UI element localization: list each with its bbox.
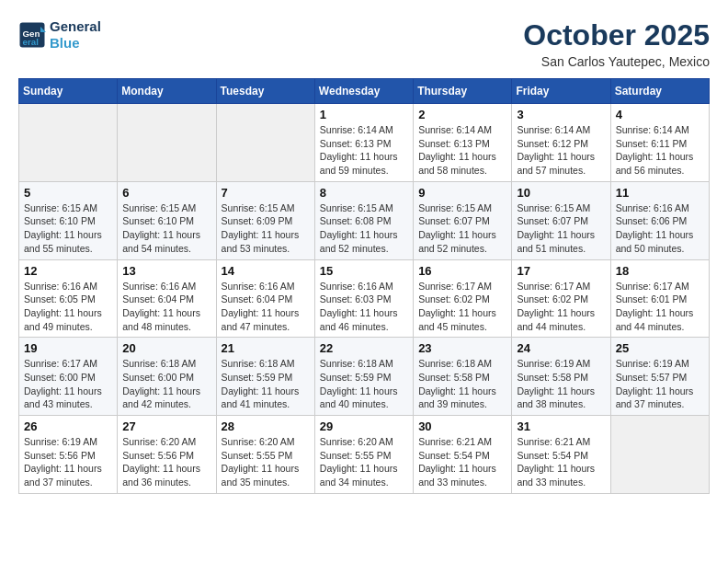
day-info: Sunrise: 6:15 AM Sunset: 6:10 PM Dayligh…	[122, 201, 210, 256]
calendar-cell: 2Sunrise: 6:14 AM Sunset: 6:13 PM Daylig…	[414, 104, 512, 182]
day-info: Sunrise: 6:16 AM Sunset: 6:05 PM Dayligh…	[24, 280, 112, 334]
day-info: Sunrise: 6:15 AM Sunset: 6:07 PM Dayligh…	[517, 201, 605, 256]
day-info: Sunrise: 6:18 AM Sunset: 5:59 PM Dayligh…	[222, 357, 310, 411]
page-header: Gen eral General Blue October 2025 San C…	[18, 18, 710, 69]
calendar-cell	[118, 104, 216, 182]
day-number: 2	[418, 108, 506, 121]
day-info: Sunrise: 6:14 AM Sunset: 6:12 PM Dayligh…	[517, 123, 605, 178]
day-number: 3	[517, 108, 605, 121]
day-info: Sunrise: 6:17 AM Sunset: 6:00 PM Dayligh…	[24, 357, 112, 411]
calendar-cell: 14Sunrise: 6:16 AM Sunset: 6:04 PM Dayli…	[216, 259, 314, 338]
calendar-cell: 12Sunrise: 6:16 AM Sunset: 6:05 PM Dayli…	[19, 259, 118, 338]
calendar-cell: 24Sunrise: 6:19 AM Sunset: 5:58 PM Dayli…	[512, 338, 610, 416]
calendar-cell: 10Sunrise: 6:15 AM Sunset: 6:07 PM Dayli…	[512, 181, 610, 259]
day-info: Sunrise: 6:18 AM Sunset: 6:00 PM Dayligh…	[122, 357, 210, 411]
day-number: 5	[24, 186, 112, 200]
logo-icon: Gen eral	[18, 21, 46, 49]
calendar-cell	[19, 104, 118, 182]
logo-text-general: General	[50, 18, 101, 35]
day-info: Sunrise: 6:15 AM Sunset: 6:10 PM Dayligh…	[24, 201, 112, 256]
day-info: Sunrise: 6:20 AM Sunset: 5:56 PM Dayligh…	[122, 435, 210, 489]
location-subtitle: San Carlos Yautepec, Mexico	[523, 54, 710, 69]
weekday-header-tuesday: Tuesday	[216, 79, 314, 104]
calendar-cell: 23Sunrise: 6:18 AM Sunset: 5:58 PM Dayli…	[414, 338, 512, 416]
day-info: Sunrise: 6:14 AM Sunset: 6:13 PM Dayligh…	[418, 123, 506, 178]
calendar-cell: 6Sunrise: 6:15 AM Sunset: 6:10 PM Daylig…	[118, 181, 216, 259]
day-number: 24	[517, 341, 605, 355]
calendar-header: SundayMondayTuesdayWednesdayThursdayFrid…	[19, 79, 710, 104]
day-info: Sunrise: 6:19 AM Sunset: 5:56 PM Dayligh…	[24, 435, 112, 489]
day-info: Sunrise: 6:16 AM Sunset: 6:06 PM Dayligh…	[616, 201, 704, 256]
calendar-cell: 28Sunrise: 6:20 AM Sunset: 5:55 PM Dayli…	[216, 416, 314, 494]
logo-text-blue: Blue	[50, 35, 101, 52]
calendar-cell: 17Sunrise: 6:17 AM Sunset: 6:02 PM Dayli…	[512, 259, 610, 338]
day-number: 21	[222, 341, 310, 355]
calendar-cell: 1Sunrise: 6:14 AM Sunset: 6:13 PM Daylig…	[314, 104, 413, 182]
calendar-cell: 11Sunrise: 6:16 AM Sunset: 6:06 PM Dayli…	[610, 181, 709, 259]
day-number: 25	[616, 341, 704, 355]
day-info: Sunrise: 6:18 AM Sunset: 5:58 PM Dayligh…	[418, 357, 506, 411]
day-info: Sunrise: 6:14 AM Sunset: 6:13 PM Dayligh…	[320, 123, 408, 178]
day-info: Sunrise: 6:21 AM Sunset: 5:54 PM Dayligh…	[517, 435, 605, 489]
day-info: Sunrise: 6:15 AM Sunset: 6:07 PM Dayligh…	[418, 201, 506, 256]
day-info: Sunrise: 6:15 AM Sunset: 6:09 PM Dayligh…	[222, 201, 310, 256]
calendar-cell: 18Sunrise: 6:17 AM Sunset: 6:01 PM Dayli…	[610, 259, 709, 338]
weekday-header-saturday: Saturday	[610, 79, 709, 104]
day-number: 28	[222, 419, 310, 433]
calendar-week-row: 19Sunrise: 6:17 AM Sunset: 6:00 PM Dayli…	[19, 338, 710, 416]
weekday-header-row: SundayMondayTuesdayWednesdayThursdayFrid…	[19, 79, 710, 104]
calendar-cell: 8Sunrise: 6:15 AM Sunset: 6:08 PM Daylig…	[314, 181, 413, 259]
calendar-cell: 3Sunrise: 6:14 AM Sunset: 6:12 PM Daylig…	[512, 104, 610, 182]
day-number: 9	[418, 186, 506, 200]
calendar-cell: 13Sunrise: 6:16 AM Sunset: 6:04 PM Dayli…	[118, 259, 216, 338]
calendar-cell: 26Sunrise: 6:19 AM Sunset: 5:56 PM Dayli…	[19, 416, 118, 494]
weekday-header-monday: Monday	[118, 79, 216, 104]
calendar-cell	[610, 416, 709, 494]
calendar-cell: 15Sunrise: 6:16 AM Sunset: 6:03 PM Dayli…	[314, 259, 413, 338]
day-info: Sunrise: 6:18 AM Sunset: 5:59 PM Dayligh…	[320, 357, 408, 411]
day-number: 30	[418, 419, 506, 433]
day-number: 8	[320, 186, 408, 200]
day-number: 23	[418, 341, 506, 355]
day-number: 19	[24, 341, 112, 355]
day-number: 26	[24, 419, 112, 433]
day-number: 15	[320, 264, 408, 278]
calendar-cell: 27Sunrise: 6:20 AM Sunset: 5:56 PM Dayli…	[118, 416, 216, 494]
day-info: Sunrise: 6:16 AM Sunset: 6:04 PM Dayligh…	[122, 280, 210, 334]
day-number: 14	[222, 264, 310, 278]
calendar-cell: 19Sunrise: 6:17 AM Sunset: 6:00 PM Dayli…	[19, 338, 118, 416]
title-block: October 2025 San Carlos Yautepec, Mexico	[523, 18, 710, 69]
calendar-cell: 22Sunrise: 6:18 AM Sunset: 5:59 PM Dayli…	[314, 338, 413, 416]
day-info: Sunrise: 6:15 AM Sunset: 6:08 PM Dayligh…	[320, 201, 408, 256]
weekday-header-thursday: Thursday	[414, 79, 512, 104]
day-number: 31	[517, 419, 605, 433]
day-info: Sunrise: 6:16 AM Sunset: 6:03 PM Dayligh…	[320, 280, 408, 334]
day-number: 4	[616, 108, 704, 121]
day-number: 6	[122, 186, 210, 200]
day-info: Sunrise: 6:17 AM Sunset: 6:02 PM Dayligh…	[517, 280, 605, 334]
calendar-cell: 31Sunrise: 6:21 AM Sunset: 5:54 PM Dayli…	[512, 416, 610, 494]
calendar-cell: 25Sunrise: 6:19 AM Sunset: 5:57 PM Dayli…	[610, 338, 709, 416]
day-number: 16	[418, 264, 506, 278]
calendar-cell	[216, 104, 314, 182]
calendar-week-row: 1Sunrise: 6:14 AM Sunset: 6:13 PM Daylig…	[19, 104, 710, 182]
day-info: Sunrise: 6:17 AM Sunset: 6:01 PM Dayligh…	[616, 280, 704, 334]
weekday-header-sunday: Sunday	[19, 79, 118, 104]
day-number: 27	[122, 419, 210, 433]
month-title: October 2025	[523, 18, 710, 52]
calendar-week-row: 26Sunrise: 6:19 AM Sunset: 5:56 PM Dayli…	[19, 416, 710, 494]
day-number: 17	[517, 264, 605, 278]
day-info: Sunrise: 6:20 AM Sunset: 5:55 PM Dayligh…	[320, 435, 408, 489]
calendar-cell: 7Sunrise: 6:15 AM Sunset: 6:09 PM Daylig…	[216, 181, 314, 259]
day-info: Sunrise: 6:19 AM Sunset: 5:58 PM Dayligh…	[517, 357, 605, 411]
day-info: Sunrise: 6:16 AM Sunset: 6:04 PM Dayligh…	[222, 280, 310, 334]
calendar-cell: 29Sunrise: 6:20 AM Sunset: 5:55 PM Dayli…	[314, 416, 413, 494]
calendar-cell: 30Sunrise: 6:21 AM Sunset: 5:54 PM Dayli…	[414, 416, 512, 494]
day-number: 13	[122, 264, 210, 278]
day-info: Sunrise: 6:17 AM Sunset: 6:02 PM Dayligh…	[418, 280, 506, 334]
day-number: 29	[320, 419, 408, 433]
day-number: 20	[122, 341, 210, 355]
day-number: 22	[320, 341, 408, 355]
calendar-body: 1Sunrise: 6:14 AM Sunset: 6:13 PM Daylig…	[19, 104, 710, 494]
calendar-cell: 5Sunrise: 6:15 AM Sunset: 6:10 PM Daylig…	[19, 181, 118, 259]
